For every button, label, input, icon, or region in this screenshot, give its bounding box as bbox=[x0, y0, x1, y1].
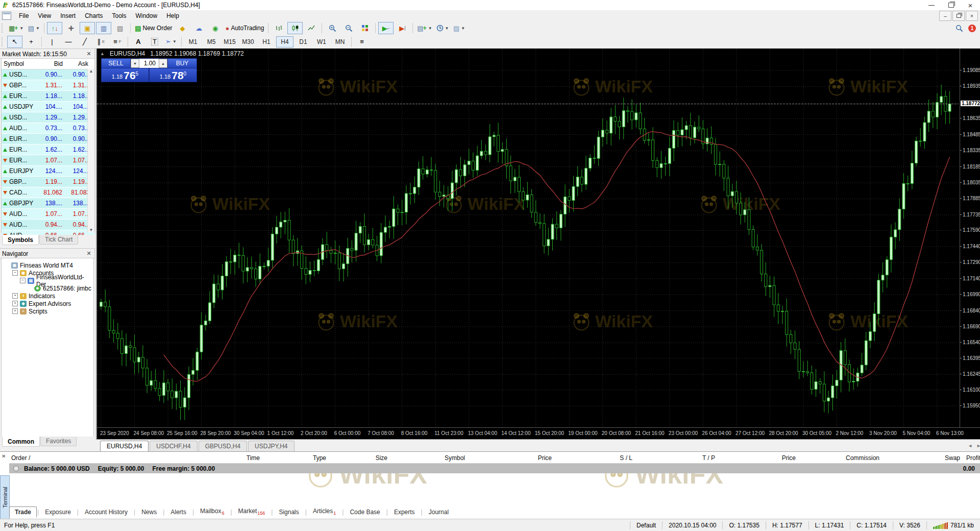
terminal-tab-news[interactable]: News bbox=[136, 506, 162, 518]
periods-button[interactable]: ▼ bbox=[435, 22, 451, 34]
time-axis[interactable]: 23 Sep 202024 Sep 08:0025 Sep 16:0028 Se… bbox=[97, 427, 980, 440]
profiles-button[interactable]: ▤▼ bbox=[26, 22, 41, 34]
menu-tools[interactable]: Tools bbox=[108, 11, 131, 20]
market-watch-row[interactable]: AUD...0.73...0.73... bbox=[2, 123, 94, 134]
terminal-column-size[interactable]: Size bbox=[330, 454, 391, 463]
timeframe-h4[interactable]: H4 bbox=[276, 36, 293, 47]
terminal-column-time[interactable]: Time bbox=[191, 454, 264, 463]
tab-favorites[interactable]: Favorites bbox=[40, 437, 77, 446]
expert-advisors-button[interactable]: ☁ bbox=[191, 22, 207, 34]
navigator-item-finseasworldltd-der[interactable]: −▤FinseasWorldLtd-Der bbox=[2, 277, 93, 284]
terminal-side-tab[interactable]: Terminal bbox=[0, 475, 10, 519]
zoom-out-button[interactable] bbox=[341, 22, 356, 34]
market-watch-row[interactable]: USD...1.29...1.29... bbox=[2, 112, 94, 123]
timeframe-m30[interactable]: M30 bbox=[239, 36, 257, 47]
toolbar-grip[interactable] bbox=[2, 23, 5, 33]
balance-row[interactable]: Balance: 5 000.00 USD Equity: 5 000.00 F… bbox=[9, 464, 980, 473]
search-icon[interactable] bbox=[955, 25, 963, 32]
terminal-column-s-l[interactable]: S / L bbox=[556, 454, 636, 463]
market-watch-row[interactable]: AUD...0.94...0.94... bbox=[2, 220, 94, 230]
menu-insert[interactable]: Insert bbox=[56, 11, 80, 20]
timeframe-m5[interactable]: M5 bbox=[203, 36, 220, 47]
market-watch-toggle[interactable]: ↑↓ bbox=[47, 22, 62, 34]
chart-tab-eurusd-h4[interactable]: EURUSD,H4 bbox=[100, 441, 149, 452]
menu-view[interactable]: View bbox=[33, 11, 56, 20]
navigator-item-indicators[interactable]: +fIndicators bbox=[2, 292, 93, 300]
channel-tool[interactable]: ∥E bbox=[93, 36, 109, 48]
auto-scroll-button[interactable]: ▶⌐ bbox=[378, 22, 394, 34]
market-watch-row[interactable]: EUR...1.18...1.18... bbox=[2, 91, 94, 102]
mdi-restore-button[interactable] bbox=[952, 11, 965, 21]
market-watch-row[interactable]: USD...0.90...0.90... bbox=[2, 69, 94, 80]
data-window-button[interactable]: ✛ bbox=[63, 22, 79, 34]
templates-button[interactable]: ▨▼ bbox=[452, 22, 467, 34]
menu-charts[interactable]: Charts bbox=[80, 11, 107, 20]
sell-price[interactable]: 1.18 76 5 bbox=[101, 68, 149, 82]
sell-button[interactable]: SELL bbox=[101, 58, 131, 68]
timeframe-w1[interactable]: W1 bbox=[313, 36, 330, 47]
zoom-in-button[interactable] bbox=[325, 22, 340, 34]
timeframe-h1[interactable]: H1 bbox=[258, 36, 275, 47]
buy-price[interactable]: 1.18 78 0 bbox=[149, 68, 197, 82]
period-list-button[interactable]: ≡ bbox=[354, 36, 370, 48]
terminal-tab-exposure[interactable]: Exposure bbox=[39, 506, 77, 518]
terminal-column-price[interactable]: Price bbox=[469, 454, 556, 463]
terminal-column-swap[interactable]: Swap bbox=[884, 454, 964, 463]
horizontal-line-tool[interactable]: — bbox=[61, 36, 76, 48]
text-label-tool[interactable]: T bbox=[147, 36, 162, 48]
tree-expander-icon[interactable]: + bbox=[12, 301, 18, 306]
new-order-button[interactable]: ▤ New Order bbox=[133, 22, 174, 34]
navigator-item-finseas-world-mt4[interactable]: ▣Finseas World MT4 bbox=[2, 261, 93, 269]
terminal-tab-experts[interactable]: Experts bbox=[388, 506, 421, 518]
navigator-close-icon[interactable]: ✕ bbox=[85, 250, 92, 257]
market-watch-row[interactable]: GBP...1.31...1.31... bbox=[2, 80, 94, 91]
tab-common[interactable]: Common bbox=[2, 437, 40, 447]
terminal-tab-journal[interactable]: Journal bbox=[423, 506, 454, 518]
tab-tick-chart[interactable]: Tick Chart bbox=[39, 235, 78, 245]
terminal-tab-mailbox[interactable]: Mailbox6 bbox=[194, 505, 230, 518]
market-watch-row[interactable]: EURJPY124....124.... bbox=[2, 166, 94, 177]
terminal-tab-market[interactable]: Market156 bbox=[233, 505, 271, 518]
timeframe-d1[interactable]: D1 bbox=[295, 36, 312, 47]
scroll-down-icon[interactable]: ▼ bbox=[89, 228, 93, 232]
buy-button[interactable]: BUY bbox=[167, 58, 197, 68]
market-watch-row[interactable]: EUR...1.62...1.62... bbox=[2, 144, 94, 155]
mdi-close-button[interactable]: × bbox=[966, 11, 978, 21]
market-watch-row[interactable]: EUR...0.90...0.90... bbox=[2, 134, 94, 144]
strategy-tester-button[interactable]: ▧ bbox=[112, 22, 128, 34]
chart-tab-gbpusd-h4[interactable]: GBPUSD,H4 bbox=[199, 441, 247, 452]
tree-expander-icon[interactable]: − bbox=[20, 278, 26, 283]
menu-help[interactable]: Help bbox=[162, 11, 184, 20]
terminal-column-commission[interactable]: Commission bbox=[800, 454, 884, 463]
volume-increase-icon[interactable]: ▲ bbox=[159, 59, 167, 68]
tree-expander-icon[interactable]: + bbox=[12, 293, 18, 299]
terminal-column-t-p[interactable]: T / P bbox=[636, 454, 719, 463]
minimize-button[interactable]: — bbox=[922, 1, 941, 10]
market-watch-row[interactable]: AUD...1.07...1.07... bbox=[2, 209, 94, 220]
market-watch-scrollbar[interactable]: ▲ ▼ bbox=[87, 69, 94, 232]
restore-button[interactable] bbox=[941, 1, 961, 10]
vertical-line-tool[interactable]: | bbox=[44, 36, 60, 48]
market-watch-row[interactable]: CAD...81.06281.083 bbox=[2, 187, 94, 198]
new-chart-button[interactable]: ▦+▼ bbox=[7, 22, 25, 34]
trendline-tool[interactable]: ╱ bbox=[77, 36, 92, 48]
chart-window-icon[interactable] bbox=[2, 12, 11, 20]
candlestick-type-button[interactable] bbox=[287, 22, 303, 34]
terminal-tab-account-history[interactable]: Account History bbox=[79, 506, 133, 518]
terminal-column-order-[interactable]: Order / bbox=[9, 454, 191, 463]
terminal-column-type[interactable]: Type bbox=[264, 454, 330, 463]
cursor-tool[interactable]: ↖ bbox=[7, 36, 22, 48]
terminal-tab-signals[interactable]: Signals bbox=[273, 506, 304, 518]
terminal-column-price[interactable]: Price bbox=[719, 454, 800, 463]
navigator-item-scripts[interactable]: +≡Scripts bbox=[2, 307, 93, 315]
toolbar-grip[interactable] bbox=[2, 37, 5, 46]
market-watch-row[interactable]: USDJPY104....104.... bbox=[2, 102, 94, 112]
timeframe-m1[interactable]: M1 bbox=[184, 36, 202, 47]
timeframe-m15[interactable]: M15 bbox=[221, 36, 238, 47]
navigator-item-expert-advisors[interactable]: +◆Expert Advisors bbox=[2, 300, 93, 307]
menu-file[interactable]: File bbox=[14, 11, 33, 20]
chart-plot-area[interactable]: WikiFXWikiFXWikiFXWikiFXWikiFXWikiFXWiki… bbox=[97, 49, 959, 427]
candlestick-chart[interactable] bbox=[97, 49, 959, 427]
price-axis[interactable]: 1.190851.189351.186351.184851.183351.181… bbox=[960, 49, 980, 427]
bar-chart-type-button[interactable] bbox=[271, 22, 286, 34]
